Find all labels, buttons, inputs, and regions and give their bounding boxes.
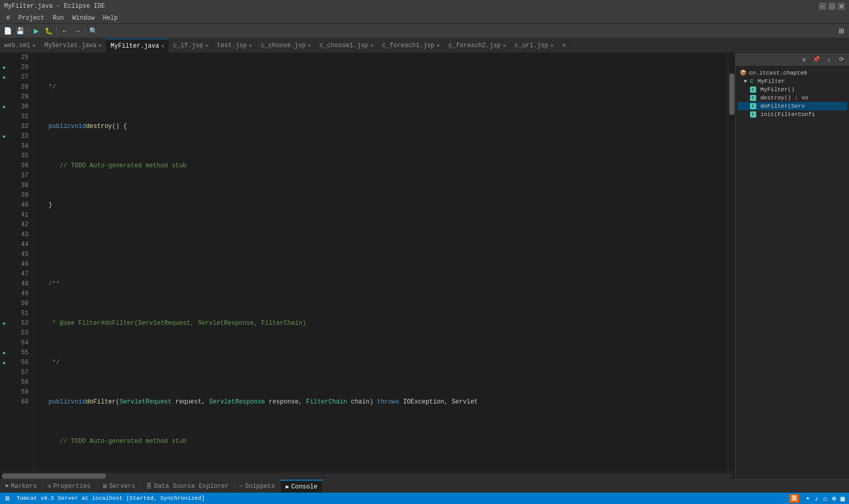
method-init-label: init(FilterConfi bbox=[760, 111, 815, 118]
tab-test-label: test.jsp bbox=[217, 42, 247, 49]
tab-c-choose-label: c_choose.jsp bbox=[261, 42, 305, 49]
tab-c-if[interactable]: c_if.jsp ✕ bbox=[169, 39, 213, 52]
tree-method-constructor[interactable]: C MyFilter() bbox=[738, 85, 847, 94]
tab-c-url-close[interactable]: ✕ bbox=[550, 42, 554, 49]
search-button[interactable]: 🔍 bbox=[88, 25, 99, 37]
new-button[interactable]: 📄 bbox=[2, 25, 13, 37]
outline-pin-button[interactable]: 📌 bbox=[811, 54, 822, 65]
tab-more-label: » bbox=[562, 42, 566, 49]
menu-hash[interactable]: # bbox=[2, 13, 14, 23]
code-line-25: */ bbox=[37, 82, 724, 92]
tab-c-foreach1[interactable]: c_foreach1.jsp ✕ bbox=[378, 39, 444, 52]
tree-class-myfilter[interactable]: ▼ C MyFilter bbox=[738, 77, 847, 85]
outline-sort-button[interactable]: ↕ bbox=[823, 54, 834, 65]
close-button[interactable]: ✕ bbox=[838, 3, 845, 10]
run-button[interactable]: ▶ bbox=[31, 25, 42, 37]
tab-myfilter[interactable]: MyFilter.java ✕ bbox=[106, 39, 169, 52]
tree-method-destroy[interactable]: C destroy() : vo bbox=[738, 94, 847, 102]
tab-c-foreach1-close[interactable]: ✕ bbox=[436, 42, 440, 49]
vertical-scrollbar[interactable] bbox=[728, 53, 735, 472]
code-line-33: public void doFilter(ServletRequest requ… bbox=[37, 397, 724, 407]
tab-snippets[interactable]: ✂ Snippets bbox=[234, 480, 280, 493]
menu-bar: # Project Run Window Help bbox=[0, 12, 849, 24]
tab-data-source[interactable]: 🗄 Data Source Explorer bbox=[141, 480, 234, 493]
status-icons: • ♪ ⌂ ⊕ ▦ bbox=[805, 494, 845, 503]
perspective-button[interactable]: ⊞ bbox=[836, 25, 847, 37]
code-line-34: // TODO Auto-generated method stub bbox=[37, 437, 724, 447]
back-button[interactable]: ← bbox=[59, 25, 70, 37]
menu-run[interactable]: Run bbox=[49, 13, 68, 23]
properties-label: Properties bbox=[53, 483, 91, 490]
menu-help[interactable]: Help bbox=[98, 13, 122, 23]
tab-test-close[interactable]: ✕ bbox=[249, 42, 252, 49]
method-icon-constructor: C bbox=[750, 87, 756, 93]
snippets-label: Snippets bbox=[245, 483, 275, 490]
tab-c-foreach2[interactable]: c_foreach2.jsp ✕ bbox=[444, 39, 511, 52]
tab-c-choose1[interactable]: c_choose1.jsp ✕ bbox=[316, 39, 378, 52]
right-panel: ≡ 📌 ↕ ⟳ 📦 cn.itcast.chapte0 ▼ C MyFilter… bbox=[735, 53, 849, 479]
markers-label: Markers bbox=[11, 483, 37, 490]
tab-myfilter-label: MyFilter.java bbox=[110, 42, 159, 50]
tab-console[interactable]: ▶ Console bbox=[280, 480, 323, 493]
tab-myfilter-close[interactable]: ✕ bbox=[161, 43, 164, 49]
tab-markers[interactable]: ⚑ Markers bbox=[0, 480, 43, 493]
package-icon: 📦 bbox=[740, 69, 747, 76]
class-expand-icon: ▼ bbox=[744, 79, 747, 84]
save-button[interactable]: 💾 bbox=[15, 25, 26, 37]
tab-c-choose-close[interactable]: ✕ bbox=[308, 42, 311, 49]
app-title: MyFilter.java - Eclipse IDE bbox=[4, 3, 105, 10]
menu-window[interactable]: Window bbox=[68, 13, 98, 23]
tab-more[interactable]: » bbox=[558, 39, 571, 52]
tab-c-choose1-close[interactable]: ✕ bbox=[370, 42, 373, 49]
status-server[interactable]: Tomcat v8.5 Server at localhost [Started… bbox=[17, 495, 205, 501]
editor-wrapper: ◆ ◆ ◆ ◆ bbox=[0, 53, 735, 472]
horizontal-scrollbar[interactable] bbox=[0, 472, 735, 479]
debug-button[interactable]: 🐛 bbox=[43, 25, 54, 37]
title-bar: MyFilter.java - Eclipse IDE ─ □ ✕ bbox=[0, 0, 849, 12]
tab-bar: web.xml ✕ MyServlet.java ✕ MyFilter.java… bbox=[0, 38, 849, 53]
servers-label: Servers bbox=[109, 483, 135, 490]
package-label: cn.itcast.chapte0 bbox=[749, 70, 807, 76]
tab-web-xml-close[interactable]: ✕ bbox=[32, 42, 35, 49]
editor-area: ◆ ◆ ◆ ◆ bbox=[0, 53, 735, 479]
code-line-26: public void destroy() { bbox=[37, 122, 724, 132]
class-icon: C bbox=[750, 78, 754, 84]
tab-c-if-close[interactable]: ✕ bbox=[205, 42, 208, 49]
toolbar: 📄 💾 ▶ 🐛 ← → 🔍 ⊞ bbox=[0, 24, 849, 38]
code-line-28: } bbox=[37, 200, 724, 210]
bottom-tab-bar: ⚑ Markers ≡ Properties 🖥 Servers 🗄 Data … bbox=[0, 479, 849, 493]
tab-test[interactable]: test.jsp ✕ bbox=[213, 39, 257, 52]
data-source-label: Data Source Explorer bbox=[154, 483, 229, 490]
tab-c-url[interactable]: c_url.jsp ✕ bbox=[511, 39, 558, 52]
tree-package[interactable]: 📦 cn.itcast.chapte0 bbox=[738, 68, 847, 77]
maximize-button[interactable]: □ bbox=[828, 3, 836, 10]
code-line-32: */ bbox=[37, 358, 724, 368]
method-icon-init: C bbox=[750, 111, 756, 118]
tab-c-url-label: c_url.jsp bbox=[515, 42, 548, 49]
tab-c-choose[interactable]: c_choose.jsp ✕ bbox=[257, 39, 315, 52]
separator-1 bbox=[28, 27, 29, 35]
tree-method-init[interactable]: C init(FilterConfi bbox=[738, 110, 847, 119]
tab-properties[interactable]: ≡ Properties bbox=[43, 480, 96, 493]
tab-myservlet-close[interactable]: ✕ bbox=[98, 42, 102, 49]
code-area[interactable]: */ public void destroy() { // TODO Auto-… bbox=[33, 53, 728, 472]
tab-servers[interactable]: 🖥 Servers bbox=[96, 480, 141, 493]
outline-collapse-button[interactable]: ≡ bbox=[798, 54, 810, 65]
method-constructor-label: MyFilter() bbox=[760, 87, 795, 93]
tab-myservlet-label: MyServlet.java bbox=[44, 42, 96, 49]
tab-web-xml[interactable]: web.xml ✕ bbox=[0, 39, 40, 52]
class-label: MyFilter bbox=[758, 78, 785, 84]
tab-c-if-label: c_if.jsp bbox=[173, 42, 203, 49]
code-line-27: // TODO Auto-generated method stub bbox=[37, 161, 724, 171]
minimize-button[interactable]: ─ bbox=[819, 3, 826, 10]
tree-method-dofilter[interactable]: C doFilter(Serv bbox=[738, 102, 847, 110]
tab-web-xml-label: web.xml bbox=[4, 42, 30, 49]
forward-button[interactable]: → bbox=[72, 25, 83, 37]
tab-myservlet[interactable]: MyServlet.java ✕ bbox=[40, 39, 106, 52]
menu-project[interactable]: Project bbox=[14, 13, 48, 23]
status-ime: 英 bbox=[789, 494, 799, 503]
tab-c-foreach2-close[interactable]: ✕ bbox=[503, 42, 506, 49]
code-line-31: * @see Filter#doFilter(ServletRequest, S… bbox=[37, 319, 724, 328]
tab-c-foreach2-label: c_foreach2.jsp bbox=[448, 42, 501, 49]
outline-sync-button[interactable]: ⟳ bbox=[836, 54, 847, 65]
